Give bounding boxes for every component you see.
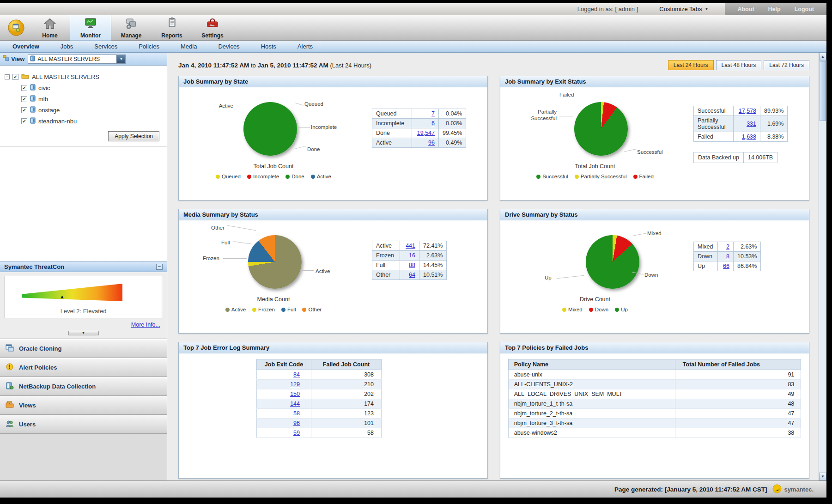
table-row: nbjm_torture_2_t-th-sa 47 bbox=[508, 409, 801, 419]
count-link[interactable]: 64 bbox=[409, 272, 415, 278]
legend-dot bbox=[615, 308, 619, 312]
subnav-item[interactable]: Hosts bbox=[250, 41, 287, 53]
subnav-item[interactable]: Overview bbox=[2, 41, 50, 53]
time-range-button[interactable]: Last 48 Hours bbox=[716, 60, 762, 70]
pie-label: Down bbox=[644, 272, 658, 278]
legend-dot bbox=[575, 175, 579, 179]
legend-label: Other bbox=[308, 307, 322, 312]
view-dropdown[interactable]: ALL MASTER SERVERS ▼ bbox=[28, 55, 126, 64]
table-row: 84 308 bbox=[257, 370, 382, 380]
collapse-icon[interactable]: − bbox=[156, 264, 163, 270]
subnav-item[interactable]: Jobs bbox=[50, 41, 84, 53]
table-row: Failed 1,638 8.38% bbox=[694, 132, 788, 142]
exit-code-link[interactable]: 129 bbox=[290, 381, 300, 388]
count-link[interactable]: 331 bbox=[747, 121, 756, 127]
scroll-down-icon[interactable]: ▼ bbox=[819, 473, 826, 480]
sidebar-item-netbackup-data-collection[interactable]: NetBackup Data Collection bbox=[0, 377, 167, 396]
subnav-item[interactable]: Services bbox=[84, 41, 128, 53]
count-link[interactable]: 441 bbox=[406, 243, 415, 249]
panel-job-summary-by-state: Job Summary by State Active Queued Incom… bbox=[178, 76, 488, 200]
subnav-item[interactable]: Devices bbox=[207, 41, 250, 53]
count-link[interactable]: 96 bbox=[428, 140, 435, 146]
sidebar-item-users[interactable]: Users bbox=[0, 415, 167, 434]
count-link[interactable]: 1,638 bbox=[742, 134, 756, 140]
time-range-button[interactable]: Last 24 Hours bbox=[668, 60, 714, 70]
apply-selection-button[interactable]: Apply Selection bbox=[108, 131, 159, 141]
count-link[interactable]: 7 bbox=[431, 110, 435, 117]
more-info-link[interactable]: More Info... bbox=[131, 322, 160, 328]
table-row: ALL-CLIENTS_UNIX-2 83 bbox=[508, 380, 801, 389]
logout-link[interactable]: Logout bbox=[788, 6, 821, 12]
sidebar-item-alert-policies[interactable]: Alert Policies bbox=[0, 358, 167, 377]
table-row: nbjm_torture_3_t-th-sa 47 bbox=[508, 419, 801, 428]
legend-dot bbox=[252, 308, 256, 312]
count-link[interactable]: 66 bbox=[723, 263, 729, 269]
pie-legend: QueuedIncompleteDoneActive bbox=[179, 174, 368, 179]
tree-server-row: ✔ onstage bbox=[21, 104, 167, 115]
scrollbar-thumb[interactable] bbox=[820, 61, 826, 121]
exit-code-link[interactable]: 84 bbox=[293, 371, 300, 378]
table-row: Partially Successful 331 1.69% bbox=[694, 116, 788, 132]
time-range-button[interactable]: Last 72 Hours bbox=[764, 60, 809, 70]
users-icon bbox=[6, 420, 14, 429]
pie-caption: Drive Count bbox=[500, 296, 690, 303]
server-checkbox[interactable]: ✔ bbox=[21, 107, 27, 113]
about-link[interactable]: About bbox=[730, 6, 761, 12]
exit-code-link[interactable]: 150 bbox=[290, 391, 300, 397]
data-backed-up-box: Data Backed up 14.006TB bbox=[693, 152, 777, 163]
monitor-subnav: OverviewJobsServicesPoliciesMediaDevices… bbox=[0, 41, 826, 53]
count-link[interactable]: 2 bbox=[726, 243, 729, 250]
exit-code-link[interactable]: 59 bbox=[293, 430, 300, 436]
column-header: Failed Job Count bbox=[311, 359, 382, 370]
root-checkbox[interactable]: ✔ bbox=[12, 74, 18, 80]
server-checkbox[interactable]: ✔ bbox=[21, 118, 27, 124]
count-link[interactable]: 8 bbox=[726, 253, 729, 260]
scroll-up-icon[interactable]: ▲ bbox=[819, 53, 826, 61]
legend-label: Frozen bbox=[258, 307, 275, 312]
content-scrollbar[interactable]: ▲ ▼ bbox=[819, 53, 826, 480]
exit-code-link[interactable]: 144 bbox=[290, 401, 300, 407]
customize-tabs-menu[interactable]: Customize Tabs ▼ bbox=[659, 6, 708, 12]
subnav-item[interactable]: Policies bbox=[128, 41, 170, 53]
threat-level-gauge bbox=[22, 284, 122, 301]
server-checkbox[interactable]: ✔ bbox=[21, 96, 27, 102]
panel-top-7-job-error-log: Top 7 Job Error Log Summary Job Exit Cod… bbox=[178, 342, 488, 479]
sidebar-item-oracle-cloning[interactable]: Oracle Cloning bbox=[0, 339, 167, 358]
server-checkbox[interactable]: ✔ bbox=[21, 85, 27, 91]
policy-name: nbjm_torture_1_t-th-sa bbox=[508, 399, 675, 409]
sidebar-item-views[interactable]: Views bbox=[0, 396, 167, 415]
toolbar-tab-settings[interactable]: Settings bbox=[192, 15, 233, 40]
server-icon bbox=[30, 106, 36, 114]
subnav-item[interactable]: Alerts bbox=[287, 41, 323, 53]
toolbar-tab-manage[interactable]: Manage bbox=[111, 15, 152, 40]
sidebar-accordion: Oracle Cloning Alert Policies NetBackup … bbox=[0, 339, 167, 434]
panel-title: Job Summary by Exit Status bbox=[500, 76, 809, 87]
count-link[interactable]: 16 bbox=[409, 252, 415, 259]
tree-server-row: ✔ steadman-nbu bbox=[21, 115, 167, 127]
pie-legend: MixedDownUp bbox=[500, 307, 690, 312]
toolbar-tab-reports[interactable]: Reports bbox=[152, 15, 192, 40]
toolbar-tab-monitor[interactable]: Monitor bbox=[70, 15, 111, 40]
count-link[interactable]: 17,578 bbox=[739, 108, 756, 114]
count-link[interactable]: 19,547 bbox=[417, 130, 435, 136]
count-link[interactable]: 88 bbox=[409, 262, 415, 268]
tree-expander-icon[interactable]: − bbox=[5, 74, 10, 79]
dropdown-arrow-button[interactable]: ▼ bbox=[116, 55, 125, 63]
toolbar-tab-home[interactable]: Home bbox=[30, 15, 70, 40]
legend-dot bbox=[216, 175, 220, 179]
table-row: 58 123 bbox=[257, 409, 382, 419]
home-icon bbox=[43, 17, 57, 31]
policy-name: nbjm_torture_3_t-th-sa bbox=[508, 419, 675, 428]
table-row: Queued 7 0.04% bbox=[372, 109, 466, 119]
exit-code-link[interactable]: 58 bbox=[293, 410, 300, 417]
help-link[interactable]: Help bbox=[761, 6, 788, 12]
count-link[interactable]: 6 bbox=[431, 120, 435, 127]
exit-code-link[interactable]: 96 bbox=[293, 420, 300, 426]
pie-label: Up bbox=[545, 275, 552, 280]
server-icon bbox=[30, 117, 36, 125]
server-label: onstage bbox=[38, 107, 60, 114]
table-row: Mixed 2 2.63% bbox=[694, 242, 761, 252]
subnav-item[interactable]: Media bbox=[170, 41, 207, 53]
sidebar-collapse-handle[interactable]: ▼ bbox=[68, 331, 99, 335]
view-selector-bar: View ALL MASTER SERVERS ▼ bbox=[0, 53, 167, 66]
